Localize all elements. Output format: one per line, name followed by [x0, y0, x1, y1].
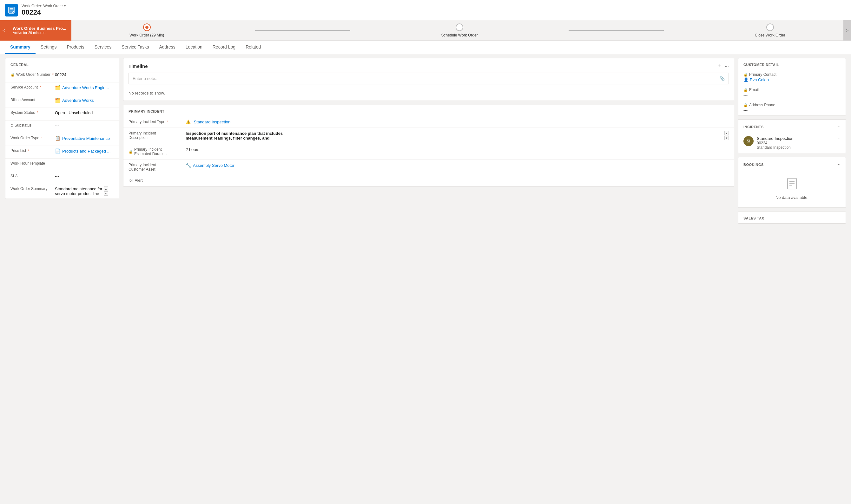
field-value-service-account: 🗂️ Adventure Works Engin... [55, 85, 109, 90]
progress-banner: Work Order Business Pro... Active for 29… [7, 20, 71, 41]
field-value-work-order-summary: Standard maintenance forservo motor prod… [55, 186, 108, 196]
general-panel: GENERAL 🔒 Work Order Number * 00224 Serv… [5, 58, 119, 199]
step-label-2: Schedule Work Order [441, 33, 478, 37]
bookings-more-button[interactable]: ··· [836, 162, 840, 167]
field-row-work-hour-template: Work Hour Template --- [5, 159, 119, 171]
field-value-system-status: Open - Unscheduled [55, 110, 114, 115]
tab-products[interactable]: Products [61, 41, 89, 54]
tab-location[interactable]: Location [180, 41, 208, 54]
breadcrumb-text: Work Order: Work Order [22, 4, 63, 8]
incident-value-duration: 2 hours [185, 147, 729, 152]
customer-field-row-phone: 🔒 Address Phone --- [738, 100, 846, 115]
step-line-2 [569, 30, 664, 31]
incident-label-iot: IoT Alert [128, 178, 185, 183]
incidents-more-button[interactable]: ··· [836, 124, 840, 130]
timeline-note-input[interactable]: Enter a note... 📎 [128, 73, 729, 84]
field-label-service-account: Service Account * [11, 85, 55, 89]
general-section-title: GENERAL [5, 58, 119, 70]
progress-banner-subtitle: Active for 29 minutes [13, 31, 66, 35]
field-label-system-status: System Status * [11, 110, 55, 115]
tab-address[interactable]: Address [154, 41, 180, 54]
step-circle-2 [456, 23, 463, 31]
svg-rect-0 [8, 7, 14, 13]
progress-banner-title: Work Order Business Pro... [13, 26, 66, 31]
summary-scroll-arrows: ▲ ▼ [104, 186, 108, 196]
incident-label-duration: 🔒 Primary IncidentEstimated Duration [128, 147, 185, 156]
timeline-add-button[interactable]: + [717, 63, 721, 70]
header-title-area: Work Order: Work Order ▾ 00224 [22, 4, 66, 17]
sales-tax-header: SALES TAX [738, 212, 846, 223]
summary-scroll-up[interactable]: ▲ [104, 186, 108, 191]
timeline-more-button[interactable]: ··· [725, 64, 729, 69]
field-row-billing-account: Billing Account 🗂️ Adventure Works [5, 95, 119, 108]
progress-bar: < Work Order Business Pro... Active for … [0, 20, 851, 41]
lock-icon-duration: 🔒 [128, 150, 133, 154]
progress-right-button[interactable]: > [844, 20, 851, 41]
field-row-work-order-number: 🔒 Work Order Number * 00224 [5, 70, 119, 83]
tab-settings[interactable]: Settings [36, 41, 62, 54]
incident-item-name: Standard Inspection [757, 136, 833, 141]
billing-account-link[interactable]: Adventure Works [62, 98, 94, 103]
substatus-icon: ⊙ [11, 123, 13, 127]
breadcrumb-dropdown-icon[interactable]: ▾ [64, 4, 66, 7]
app-header: Work Order: Work Order ▾ 00224 [0, 0, 851, 20]
step-circle-3 [766, 23, 774, 31]
service-account-link[interactable]: Adventure Works Engin... [62, 85, 109, 90]
incident-description-text: Inspection part of maintenance plan that… [185, 131, 283, 141]
field-label-work-order-number: 🔒 Work Order Number * [11, 72, 55, 77]
asset-entity-icon: 🔧 [185, 163, 191, 168]
timeline-header: Timeline + ··· [123, 58, 734, 73]
field-label-work-order-type: Work Order Type * [11, 136, 55, 140]
field-row-work-order-summary: Work Order Summary Standard maintenance … [5, 184, 119, 199]
incidents-header: INCIDENTS ··· [738, 120, 846, 133]
incidents-card: INCIDENTS ··· SI Standard Inspection 002… [738, 119, 846, 153]
customer-field-row-email: 🔒 Email --- [738, 85, 846, 100]
record-id: 00224 [22, 8, 66, 17]
breadcrumb[interactable]: Work Order: Work Order ▾ [22, 4, 66, 8]
desc-scroll-down[interactable]: ▼ [724, 136, 729, 140]
timeline-title: Timeline [128, 64, 148, 69]
sales-tax-section-title: SALES TAX [743, 216, 840, 220]
field-value-price-list: 📄 Products and Packaged ... [55, 148, 110, 154]
lock-icon-phone: 🔒 [743, 103, 748, 107]
field-row-price-list: Price List * 📄 Products and Packaged ... [5, 146, 119, 159]
app-icon [5, 4, 18, 17]
price-list-link[interactable]: Products and Packaged ... [62, 149, 110, 154]
progress-step-1[interactable]: Work Order (29 Min) [129, 23, 164, 37]
middle-panel: Timeline + ··· Enter a note... 📎 No reco… [123, 58, 734, 186]
primary-contact-link[interactable]: 👤 Eva Colon [743, 77, 840, 82]
incident-field-row-type: Primary Incident Type * ⚠️ Standard Insp… [123, 116, 734, 128]
tab-service-tasks[interactable]: Service Tasks [117, 41, 154, 54]
incident-value-asset: 🔧 Assembly Servo Motor [185, 163, 234, 168]
incident-label-type: Primary Incident Type * [128, 120, 185, 124]
tabs-bar: Summary Settings Products Services Servi… [0, 41, 851, 54]
incident-item-more-button[interactable]: ··· [836, 136, 840, 142]
incident-label-description: Primary IncidentDescription [128, 131, 185, 140]
progress-step-2[interactable]: Schedule Work Order [441, 23, 478, 37]
tab-related[interactable]: Related [241, 41, 266, 54]
customer-section-title: CUSTOMER DETAIL [738, 58, 846, 70]
progress-left-button[interactable]: < [0, 20, 7, 41]
main-content: GENERAL 🔒 Work Order Number * 00224 Serv… [0, 54, 851, 228]
field-value-work-hour-template: --- [55, 161, 114, 166]
incident-field-row-description: Primary IncidentDescription Inspection p… [123, 128, 734, 144]
incident-field-row-iot: IoT Alert --- [123, 175, 734, 186]
tab-services[interactable]: Services [89, 41, 117, 54]
timeline-empty-message: No records to show. [123, 88, 734, 101]
field-label-billing-account: Billing Account [11, 98, 55, 102]
timeline-actions: + ··· [717, 63, 729, 70]
summary-scroll-down[interactable]: ▼ [104, 191, 108, 196]
incident-value-description: Inspection part of maintenance plan that… [185, 131, 729, 141]
progress-step-3[interactable]: Close Work Order [755, 23, 785, 37]
asset-link[interactable]: Assembly Servo Motor [193, 163, 234, 168]
desc-scroll-up[interactable]: ▲ [724, 131, 729, 136]
lock-icon-primary-contact: 🔒 [743, 73, 748, 77]
billing-account-entity-icon: 🗂️ [55, 98, 60, 103]
timeline-note-placeholder: Enter a note... [132, 76, 159, 81]
work-order-type-link[interactable]: Preventative Maintenance [62, 136, 110, 141]
tab-summary[interactable]: Summary [5, 41, 36, 54]
field-row-work-order-type: Work Order Type * 📋 Preventative Mainten… [5, 133, 119, 146]
tab-record-log[interactable]: Record Log [208, 41, 241, 54]
lock-icon-work-order-number: 🔒 [11, 73, 15, 77]
incident-type-link[interactable]: Standard Inspection [194, 120, 231, 124]
